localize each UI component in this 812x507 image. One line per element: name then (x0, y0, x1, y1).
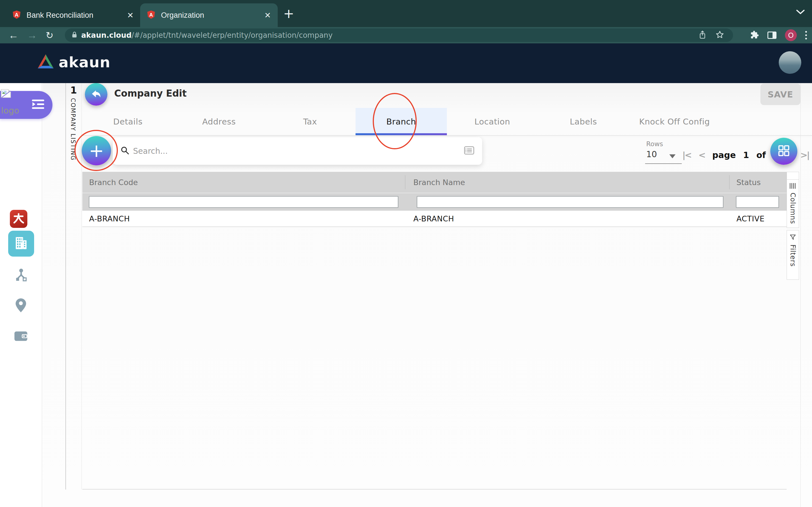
tab-close-icon[interactable]: ✕ (127, 11, 134, 20)
tab-branch[interactable]: Branch (356, 108, 447, 135)
extensions-puzzle-icon[interactable] (750, 31, 759, 40)
tab-details[interactable]: Details (82, 108, 173, 135)
cjk-da-icon (12, 212, 25, 226)
tab-search-chevron-icon[interactable] (796, 10, 805, 16)
cell-branch-name: A-BRANCH (413, 211, 454, 226)
column-separator (729, 175, 730, 189)
columns-tab-label: Columns (789, 193, 797, 224)
columns-icon (790, 183, 796, 190)
forward-icon[interactable]: → (27, 30, 37, 40)
svg-text:A: A (15, 12, 18, 18)
browser-tab-bank-reconciliation[interactable]: A Bank Reconciliation ✕ (6, 3, 140, 27)
tab-location[interactable]: Location (447, 108, 538, 135)
address-bar[interactable]: akaun.cloud/#/applet/tnt/wavelet/erp/ent… (65, 29, 733, 42)
tab-title: Bank Reconciliation (27, 11, 93, 20)
org-hierarchy-icon (14, 268, 28, 283)
filters-tool-tab[interactable]: Filters (786, 230, 799, 280)
column-header-branch-name[interactable]: Branch Name (413, 172, 465, 193)
column-header-status[interactable]: Status (737, 172, 761, 193)
url-text: akaun.cloud/#/applet/tnt/wavelet/erp/ent… (81, 31, 333, 40)
prev-page-icon[interactable]: < (698, 150, 705, 160)
table-bottom-border (82, 489, 786, 490)
back-button[interactable] (85, 83, 107, 106)
sidebar-item-hierarchy[interactable] (13, 268, 29, 283)
svg-text:A: A (149, 12, 153, 18)
content-divider (82, 83, 82, 490)
search-bar (113, 137, 482, 165)
first-page-icon[interactable]: |< (682, 150, 691, 160)
browser-tab-organization[interactable]: A Organization ✕ (140, 3, 278, 27)
branch-code-filter-input[interactable] (89, 196, 398, 208)
page-title: Company Edit (114, 88, 187, 99)
add-branch-button[interactable]: + (82, 136, 111, 165)
browser-menu-icon[interactable] (805, 31, 807, 40)
table-filter-row (82, 193, 786, 211)
tenant-logo-pill[interactable]: logo (0, 91, 52, 119)
app-header: akaun (0, 43, 812, 83)
filter-funnel-icon (790, 234, 796, 242)
grid-icon (776, 144, 791, 159)
back-icon[interactable]: ← (8, 30, 18, 40)
brand-name: akaun (59, 54, 110, 71)
browser-actions: O (750, 28, 807, 42)
lock-icon (71, 31, 77, 40)
save-button[interactable]: SAVE (760, 83, 801, 105)
tab-knock-off-config[interactable]: Knock Off Config (629, 108, 720, 135)
screen: A Bank Reconciliation ✕ A Organization ✕… (0, 0, 812, 507)
tab-title: Organization (161, 11, 204, 20)
browser-profile-avatar[interactable]: O (785, 29, 797, 41)
url-domain: akaun.cloud (81, 31, 132, 40)
cell-branch-code: A-BRANCH (89, 211, 130, 226)
listing-tab-company-listing[interactable]: COMPANY LISTING (70, 98, 77, 161)
rows-label: Rows (646, 140, 663, 148)
bookmark-star-icon[interactable] (716, 31, 724, 40)
view-list-icon[interactable] (464, 146, 474, 156)
menu-indent-icon[interactable] (32, 99, 45, 111)
location-pin-icon (15, 298, 27, 314)
listing-tab-index: 1 (68, 84, 80, 96)
angular-favicon-icon: A (147, 10, 155, 20)
sidebar-item-company-active[interactable] (8, 231, 34, 257)
rows-caret-icon[interactable] (669, 154, 675, 158)
status-filter-input[interactable] (736, 196, 779, 208)
side-panel-icon[interactable] (767, 32, 776, 39)
entity-tabs: Details Address Tax Branch Location Labe… (82, 108, 720, 135)
listing-tab-divider (65, 83, 66, 490)
column-header-branch-code[interactable]: Branch Code (89, 172, 138, 193)
rows-select-underline (645, 163, 682, 164)
tab-close-icon[interactable]: ✕ (264, 11, 271, 20)
column-separator (405, 175, 405, 189)
new-tab-button[interactable]: + (282, 6, 296, 21)
wallet-icon (13, 330, 28, 343)
sidebar-item-wallet[interactable] (13, 330, 29, 343)
tab-address[interactable]: Address (173, 108, 264, 135)
angular-favicon-icon: A (12, 10, 21, 20)
tabs-divider (82, 135, 812, 136)
sidebar-item-location[interactable] (15, 298, 27, 314)
akaun-brand: akaun (37, 54, 110, 71)
filters-tab-label: Filters (789, 244, 797, 267)
sidebar-item-red-app[interactable] (10, 210, 28, 228)
cell-status: ACTIVE (737, 211, 765, 226)
app-sidebar: logo (0, 83, 42, 507)
page-label: page (712, 150, 736, 160)
company-building-icon (13, 235, 29, 252)
logo-alt-text: logo (1, 106, 19, 115)
tab-labels[interactable]: Labels (538, 108, 629, 135)
search-icon (121, 146, 129, 156)
tools-panel-spacer (786, 172, 799, 180)
rows-per-page-select[interactable]: 10 (646, 149, 657, 159)
reload-icon[interactable]: ↻ (46, 31, 54, 40)
search-input[interactable] (133, 147, 464, 156)
columns-tool-tab[interactable]: Columns (786, 179, 799, 228)
url-path: /#/applet/tnt/wavelet/erp/entity/organis… (132, 31, 333, 40)
akaun-logo-icon (37, 54, 55, 71)
share-icon[interactable] (699, 31, 706, 40)
user-avatar[interactable] (779, 51, 801, 74)
grid-view-button[interactable] (770, 138, 797, 165)
branch-name-filter-input[interactable] (417, 196, 723, 208)
last-page-icon[interactable]: >| (800, 150, 809, 160)
tab-tax[interactable]: Tax (264, 108, 356, 135)
table-row[interactable]: A-BRANCH A-BRANCH ACTIVE (82, 211, 786, 227)
back-arrow-icon (90, 88, 102, 101)
